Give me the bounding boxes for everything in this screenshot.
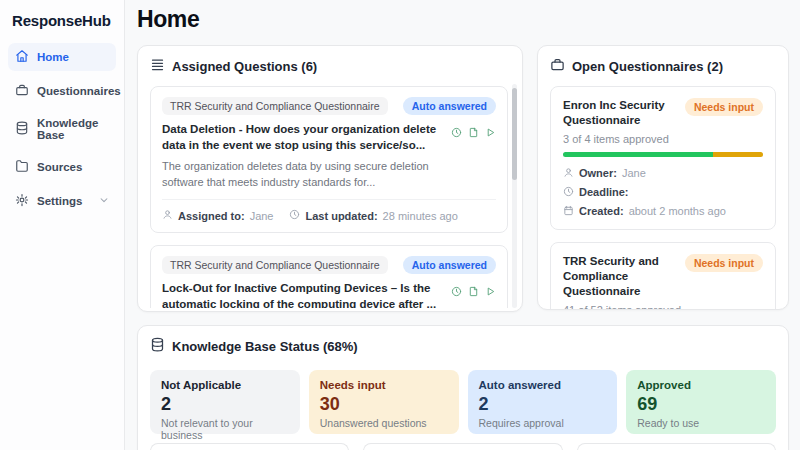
progress-label: 3 of 4 items approved [563, 133, 763, 145]
sidebar-item-label: Settings [37, 195, 82, 207]
category-card-protect: Protect [150, 443, 349, 450]
status-badge: Needs input [685, 254, 763, 272]
created-label: Created: [579, 205, 624, 217]
owner-value: Jane [622, 167, 646, 179]
assignee: Jane [250, 210, 274, 222]
knowledge-base-status-panel: Knowledge Base Status (68%) Not Applicab… [137, 325, 789, 450]
stat-description: Unanswered questions [320, 417, 448, 429]
sidebar-item-label: Home [37, 51, 69, 63]
question-actions [451, 122, 496, 153]
document-icon[interactable] [468, 124, 479, 153]
stat-label: Auto answered [479, 379, 607, 391]
question-title: Data Deletion - How does your organizati… [162, 122, 441, 153]
briefcase-icon [550, 57, 565, 76]
open-questionnaires-header: Open Questionnaires (2) [538, 46, 788, 84]
scrollbar-thumb[interactable] [512, 88, 517, 180]
sidebar-item-settings[interactable]: Settings [8, 187, 116, 215]
stat-value: 2 [161, 394, 289, 415]
stat-description: Not relevant to your business [161, 417, 289, 441]
sidebar-item-home[interactable]: Home [8, 43, 116, 71]
stat-label: Approved [637, 379, 765, 391]
last-updated-value: 28 minutes ago [383, 210, 458, 222]
last-updated-label: Last updated: [305, 210, 377, 222]
clock-icon [563, 186, 574, 199]
chevron-down-icon [99, 195, 109, 207]
category-card-govern: Govern [363, 443, 562, 450]
questionnaire-name: Enron Inc Security Questionnaire [563, 98, 677, 128]
history-icon[interactable] [451, 124, 462, 153]
page-title: Home [137, 6, 789, 33]
list-icon [150, 57, 165, 76]
owner-label: Owner: [579, 167, 617, 179]
stat-card-approved: Approved 69 Ready to use [626, 370, 776, 434]
open-questionnaires-panel: Open Questionnaires (2) Enron Inc Securi… [537, 45, 789, 310]
progress-segment-needs-input [713, 152, 763, 157]
question-excerpt: The organization deletes data by using s… [162, 159, 472, 190]
stat-description: Requires approval [479, 417, 607, 429]
stat-card-not-applicable: Not Applicable 2 Not relevant to your bu… [150, 370, 300, 434]
progress-segment-approved [563, 152, 713, 157]
kb-categories-row: Protect Govern Detect [138, 443, 788, 450]
play-icon[interactable] [485, 283, 496, 308]
panel-title: Knowledge Base Status (68%) [172, 339, 358, 354]
stat-label: Not Applicable [161, 379, 289, 391]
assigned-questions-panel: Assigned Questions (6) TRR Security and … [137, 45, 523, 312]
database-icon [15, 121, 29, 137]
app-logo: ResponseHub [8, 10, 116, 43]
status-badge: Auto answered [403, 256, 496, 274]
sidebar-item-label: Questionnaires [37, 85, 121, 97]
home-icon [15, 49, 29, 65]
deadline-label: Deadline: [579, 186, 629, 198]
stat-value: 2 [479, 394, 607, 415]
questionnaire-badge: TRR Security and Compliance Questionnair… [162, 256, 388, 274]
play-icon[interactable] [485, 124, 496, 153]
panel-title: Open Questionnaires (2) [572, 59, 723, 74]
knowledge-base-status-header: Knowledge Base Status (68%) [138, 326, 788, 364]
gear-icon [15, 193, 29, 209]
progress-label: 41 of 52 items approved [563, 304, 763, 310]
category-card-detect: Detect [577, 443, 776, 450]
question-title: Lock-Out for Inactive Computing Devices … [162, 281, 441, 308]
history-icon[interactable] [451, 283, 462, 308]
panel-title: Assigned Questions (6) [172, 59, 317, 74]
clock-icon [289, 209, 300, 222]
questionnaire-card[interactable]: TRR Security and Compliance Questionnair… [550, 242, 776, 310]
created-value: about 2 months ago [629, 205, 726, 217]
person-icon [563, 167, 574, 180]
progress-bar [563, 152, 763, 157]
database-icon [150, 337, 165, 356]
sidebar-item-label: Sources [37, 161, 82, 173]
sidebar-item-knowledge-base[interactable]: Knowledge Base [8, 111, 116, 147]
sidebar-item-label: Knowledge Base [37, 117, 109, 141]
stat-description: Ready to use [637, 417, 765, 429]
document-icon[interactable] [468, 283, 479, 308]
stat-label: Needs input [320, 379, 448, 391]
main-content: Home Assigned Questions (6) TRR Security… [125, 0, 800, 450]
status-badge: Needs input [685, 98, 763, 116]
person-icon [162, 209, 173, 222]
status-badge: Auto answered [403, 97, 496, 115]
question-card[interactable]: TRR Security and Compliance Questionnair… [150, 86, 508, 233]
assigned-to-label: Assigned to: [178, 210, 245, 222]
folder-icon [15, 159, 29, 175]
questionnaire-badge: TRR Security and Compliance Questionnair… [162, 97, 388, 115]
question-card[interactable]: TRR Security and Compliance Questionnair… [150, 245, 508, 308]
sidebar-item-sources[interactable]: Sources [8, 153, 116, 181]
stat-card-needs-input: Needs input 30 Unanswered questions [309, 370, 459, 434]
calendar-icon [563, 205, 574, 218]
assigned-questions-list: TRR Security and Compliance Questionnair… [138, 84, 522, 308]
question-actions [451, 281, 496, 308]
questionnaire-card[interactable]: Enron Inc Security Questionnaire Needs i… [550, 86, 776, 230]
kb-stats-row: Not Applicable 2 Not relevant to your bu… [138, 364, 788, 443]
briefcase-icon [15, 83, 29, 99]
stat-value: 69 [637, 394, 765, 415]
assigned-questions-header: Assigned Questions (6) [138, 46, 522, 84]
sidebar: ResponseHub Home Questionnaires Knowledg… [0, 0, 125, 450]
stat-value: 30 [320, 394, 448, 415]
sidebar-item-questionnaires[interactable]: Questionnaires [8, 77, 116, 105]
stat-card-auto-answered: Auto answered 2 Requires approval [468, 370, 618, 434]
questionnaire-name: TRR Security and Compliance Questionnair… [563, 254, 677, 299]
